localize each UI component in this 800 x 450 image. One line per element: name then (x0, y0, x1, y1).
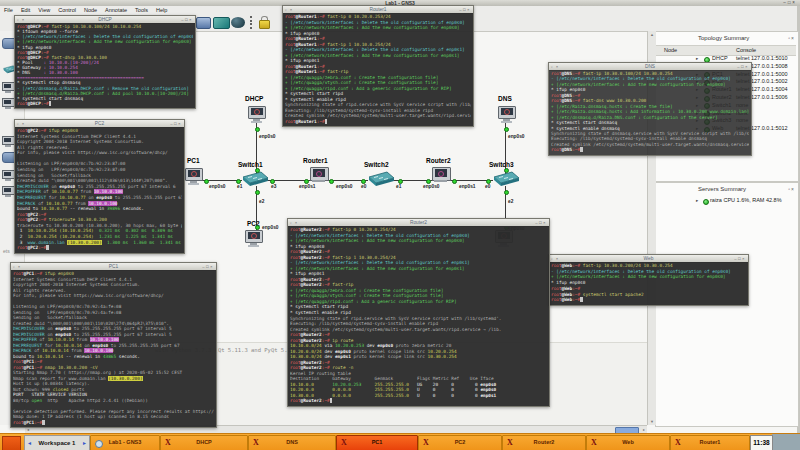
rectangle-tool-icon[interactable] (213, 17, 230, 29)
terminal-line: root@PC2:~# (17, 245, 182, 251)
node-name: DHCP (712, 55, 728, 61)
port-label: e1 (237, 184, 242, 189)
task-button-router2[interactable]: XRouter2 (502, 435, 586, 450)
port-label: enp0s1 (459, 184, 476, 189)
workspace-next-icon[interactable]: ► (82, 436, 87, 450)
terminal-pc2[interactable]: ▫ ×PC2–□×root@PC2:~# ifup enp0s0Internet… (14, 119, 185, 254)
menu-item-view[interactable]: View (38, 6, 50, 14)
link-status-dot (255, 168, 260, 173)
task-button-router1[interactable]: XRouter1 (670, 435, 750, 450)
terminal-title: DHCP (15, 16, 195, 23)
node-dhcp[interactable] (247, 106, 267, 124)
link-status-dot (504, 168, 509, 173)
menu-item-annotate[interactable]: Annotate (105, 6, 127, 14)
port-label: e0 (361, 184, 366, 189)
link-status-dot (426, 179, 431, 184)
terminal-line: root@Router1:~# (285, 119, 471, 125)
scroll-down-icon[interactable]: ▼ (648, 419, 656, 424)
menu-item-tools[interactable]: Tools (135, 6, 148, 14)
panel-close-icon[interactable]: × (791, 35, 795, 41)
link-status-dot (486, 179, 491, 184)
terminal-pc1[interactable]: ▫ ×PC1–□×root@PC1:~# ifup enp0s0Internet… (10, 262, 217, 428)
server-row[interactable]: ▸ raiza CPU 1.6%, RAM 42.8% (656, 197, 796, 205)
node-label-router1: Router1 (303, 157, 328, 164)
node-router2[interactable] (432, 167, 450, 183)
panel-buttons: ▫× (788, 35, 795, 41)
ellipse-tool-icon[interactable] (231, 17, 245, 28)
port-label: e1 (396, 184, 401, 189)
node-console: telnet 127.0.0.1:5010 (736, 55, 788, 61)
port-label: enp0s0 (336, 184, 353, 189)
terminal-router2[interactable]: ▫ ×Router2–□×root@Router2:~# fast-ip 0 1… (287, 218, 550, 407)
terminal-output[interactable]: root@DNS:~# fast-ip 10.30.0.100/24 10.30… (549, 70, 751, 155)
task-button-label: DHCP (161, 436, 247, 449)
terminal-output[interactable]: root@Web:~# fast-ip 10.30.0.200/24 10.30… (549, 262, 748, 305)
link-status-dot (255, 127, 260, 132)
terminal-output[interactable]: root@PC2:~# ifup enp0s0Internet Systems … (15, 127, 184, 253)
workspace-prev-icon[interactable]: ◄ (27, 436, 32, 450)
terminal-output[interactable]: root@Router1:~# fast-ip 0 10.20.0.253/24… (283, 13, 473, 126)
terminal-output[interactable]: root@DHCP:~# fast-ip 10.10.0.100/24 10.1… (15, 23, 195, 108)
task-button-label: PC1 (337, 436, 417, 449)
node-router1[interactable] (310, 167, 328, 183)
scroll-up-icon[interactable]: ▲ (648, 32, 656, 37)
menu-item-control[interactable]: Control (58, 6, 76, 14)
terminal-title: DNS (549, 63, 751, 70)
column-header-console[interactable]: Console (736, 47, 756, 53)
task-button-pc2[interactable]: XPC2 (418, 435, 502, 450)
node-pc2[interactable] (244, 230, 264, 248)
terminal-dhcp[interactable]: ▫ ×DHCP–□×root@DHCP:~# fast-ip 10.10.0.1… (14, 15, 196, 109)
terminal-window-controls: –□× (181, 16, 193, 23)
node-switch1[interactable] (240, 171, 270, 191)
task-button-pc1[interactable]: XPC1 (336, 435, 418, 450)
expand-icon[interactable]: ▸ (696, 198, 698, 204)
terminal-close-icon[interactable]: × (210, 264, 214, 269)
node-switch3[interactable] (491, 171, 521, 191)
note-tool-icon[interactable] (196, 17, 211, 29)
terminal-line: root@Web:~# (551, 297, 746, 303)
node-pc1[interactable] (184, 168, 204, 186)
close-icon[interactable]: × (792, 0, 797, 5)
desktop: Lab1 - GNS3 –□× FileEditViewControlNodeA… (0, 0, 800, 450)
task-button-web[interactable]: XWeb (586, 435, 670, 450)
terminal-title: Router1 (283, 6, 473, 13)
task-button-label: Router1 (671, 436, 749, 449)
terminal-window-controls: –□× (459, 6, 471, 13)
menu-item-edit[interactable]: Edit (21, 6, 30, 14)
terminal-title: PC2 (15, 120, 184, 127)
port-label: enp0s1 (299, 184, 316, 189)
task-button-lab1-gns3[interactable]: Lab1 - GNS3 (90, 435, 160, 450)
terminal-output[interactable]: root@Router2:~# fast-ip 0 10.20.0.254/24… (288, 226, 549, 406)
port-label: enp0s0 (262, 225, 279, 230)
terminal-close-icon[interactable]: × (742, 256, 746, 261)
terminal-close-icon[interactable]: × (467, 7, 471, 12)
node-label-switch2: Switch2 (364, 161, 389, 168)
terminal-close-icon[interactable]: × (178, 121, 182, 126)
task-button-dhcp[interactable]: XDHCP (160, 435, 248, 450)
lock-icon[interactable] (259, 16, 269, 28)
terminal-close-icon[interactable]: × (745, 64, 749, 69)
panel-close-icon[interactable]: × (791, 186, 795, 192)
terminal-router1[interactable]: ▫ ×Router1–□×root@Router1:~# fast-ip 0 1… (282, 5, 474, 127)
terminal-title: Web (549, 255, 748, 262)
menu-item-node[interactable]: Node (84, 6, 97, 14)
terminal-web[interactable]: ▫ ×Web–□×root@Web:~# fast-ip 10.30.0.200… (548, 254, 749, 306)
taskbar-corner-button[interactable] (2, 436, 21, 450)
terminal-line: root@DHCP:~# (17, 101, 193, 106)
drag-dots-icon[interactable] (249, 16, 253, 29)
terminal-close-icon[interactable]: × (543, 220, 547, 225)
terminal-line: root@DNS:~# (551, 147, 749, 152)
task-button-dns[interactable]: XDNS (248, 435, 336, 450)
port-label: e2 (508, 199, 513, 204)
menu-item-file[interactable]: File (4, 6, 13, 14)
terminal-dns[interactable]: ▫ ×DNS–□×root@DNS:~# fast-ip 10.30.0.100… (548, 62, 752, 156)
node-dns[interactable] (497, 106, 517, 124)
port-label: enp0s0 (259, 134, 276, 139)
terminal-output[interactable]: root@PC1:~# ifup enp0s0Internet Systems … (11, 270, 216, 427)
column-header-node[interactable]: Node (664, 47, 677, 53)
workspace-pager[interactable]: ◄Workspace 1► (24, 435, 90, 450)
node-switch2[interactable] (366, 171, 396, 191)
menu-item-help[interactable]: Help (156, 6, 167, 14)
terminal-close-icon[interactable]: × (189, 17, 193, 22)
link-status-dot (304, 179, 309, 184)
